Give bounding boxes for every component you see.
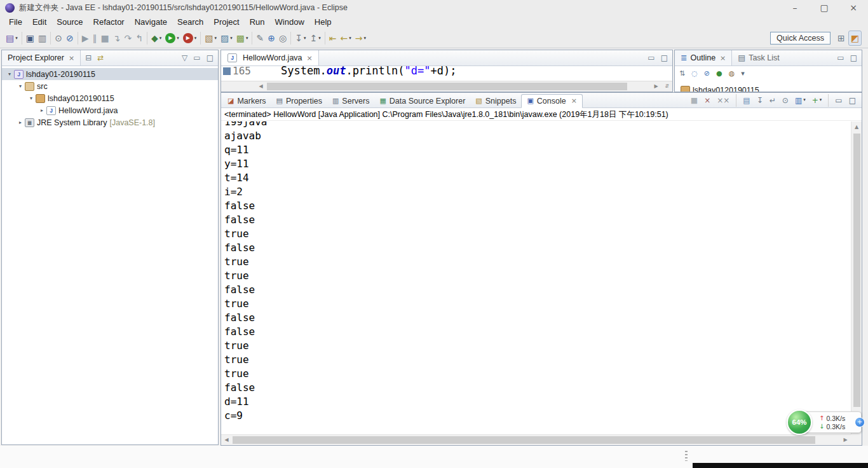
new-class-button[interactable]: ▩▾: [234, 31, 250, 46]
step-into-button[interactable]: ↴: [111, 31, 123, 46]
menu-navigate[interactable]: Navigate: [130, 16, 172, 28]
open-perspective-button[interactable]: ⊞: [836, 31, 847, 46]
console-output-area[interactable]: 199javaajavabq=11y=11t=14i=2falsefalsetr…: [221, 121, 851, 434]
maximize-view-button[interactable]: □: [206, 52, 214, 64]
scroll-left-icon[interactable]: ◀: [255, 81, 266, 92]
menu-window[interactable]: Window: [270, 16, 309, 28]
step-over-button[interactable]: ↷: [122, 31, 133, 46]
tree-item-lshday01-20190115[interactable]: ▾Jlshday01-20190115: [2, 68, 218, 80]
close-icon[interactable]: ×: [571, 97, 577, 104]
sort-button[interactable]: ⇅: [679, 67, 686, 79]
console-horizontal-scrollbar[interactable]: ◀ ▶: [221, 434, 851, 445]
tree-item-hellowword-java[interactable]: ▸JHellowWord.java: [2, 104, 218, 116]
chevron-down-icon[interactable]: ▾: [17, 84, 24, 89]
menu-source[interactable]: Source: [51, 16, 88, 28]
menu-project[interactable]: Project: [208, 16, 244, 28]
new-java-ee-project-button[interactable]: ▧▾: [203, 31, 219, 46]
hide-static-members-button[interactable]: ⊘: [703, 67, 710, 79]
close-icon[interactable]: ×: [720, 55, 726, 62]
tree-item-src[interactable]: ▾src: [2, 80, 218, 92]
run-button[interactable]: ▶▾: [163, 31, 181, 46]
tab-project-explorer[interactable]: Project Explorer ×: [2, 50, 81, 65]
close-icon[interactable]: ×: [307, 55, 313, 62]
hide-non-public-members-button[interactable]: ●: [715, 67, 723, 79]
forward-button[interactable]: →▾: [353, 31, 368, 46]
maximize-console-button[interactable]: □: [847, 93, 858, 108]
tab-snippets[interactable]: ▧Snippets: [470, 94, 521, 108]
menu-refactor[interactable]: Refactor: [88, 16, 130, 28]
chevron-down-icon[interactable]: ▾: [27, 96, 35, 101]
minimize-view-button[interactable]: ▭: [193, 52, 201, 64]
resume-button[interactable]: ▶: [80, 31, 91, 46]
quick-access-button[interactable]: Quick Access: [770, 32, 831, 45]
scroll-lock-button[interactable]: ↧: [755, 93, 765, 108]
editor-code-area[interactable]: 165 System.out.println("d="+d);: [221, 66, 672, 81]
accelerate-ball-icon[interactable]: +: [855, 417, 865, 427]
scrollbar-track[interactable]: [232, 435, 840, 445]
maximize-editor-button[interactable]: □: [660, 52, 668, 64]
minimize-window-button[interactable]: –: [780, 0, 810, 15]
web-browser-button[interactable]: ⊕: [266, 31, 277, 46]
memory-percent-ball[interactable]: 64%: [787, 410, 812, 435]
remove-launch-button[interactable]: ×: [702, 93, 712, 108]
perspective-javaee-button[interactable]: ◩: [848, 31, 862, 46]
debug-button[interactable]: ◆▾: [149, 31, 163, 46]
remove-all-launches-button[interactable]: ××: [715, 93, 731, 108]
minimize-editor-button[interactable]: ▭: [647, 52, 655, 64]
save-button[interactable]: ▣: [24, 31, 36, 46]
last-edit-location-button[interactable]: ⇤: [327, 31, 339, 46]
terminate-button[interactable]: ■: [98, 31, 111, 46]
outline-item[interactable]: lshday0120190115: [675, 84, 862, 92]
restore-editor-icon[interactable]: ⇵: [661, 81, 672, 92]
print-button[interactable]: ▥: [36, 31, 48, 46]
back-button[interactable]: ←▾: [338, 31, 353, 46]
maximize-outline-button[interactable]: □: [850, 52, 858, 64]
new-servlet-button[interactable]: ▨▾: [219, 31, 234, 46]
scroll-right-icon[interactable]: ▶: [651, 81, 661, 92]
tab-task-list[interactable]: ▤Task List: [732, 50, 785, 65]
suspend-button[interactable]: ∥: [90, 31, 98, 46]
scrollbar-track[interactable]: [266, 81, 651, 92]
menu-run[interactable]: Run: [245, 16, 270, 28]
step-return-button[interactable]: ↰: [133, 31, 145, 46]
collapse-all-button[interactable]: ⊟: [85, 52, 92, 64]
display-selected-console-button[interactable]: ▥▾: [793, 93, 808, 108]
outline-view-menu-button[interactable]: ▾: [740, 67, 745, 79]
chevron-right-icon[interactable]: ▸: [17, 120, 24, 125]
close-window-button[interactable]: ×: [839, 0, 868, 15]
new-wizard-button[interactable]: ▤▾: [4, 31, 20, 46]
tab-console[interactable]: ▣Console×: [521, 94, 583, 108]
minimize-outline-button[interactable]: ▭: [836, 52, 844, 64]
tab-data-source-explorer[interactable]: ▦Data Source Explorer: [374, 94, 470, 108]
tab-hellowword-java[interactable]: J HellowWord.java ×: [221, 50, 319, 65]
close-icon[interactable]: ×: [69, 55, 74, 62]
scrollbar-thumb[interactable]: [267, 83, 627, 90]
open-task-button[interactable]: ✎: [254, 31, 266, 46]
debug-keys-button[interactable]: ⊙: [53, 31, 64, 46]
chevron-right-icon[interactable]: ▸: [38, 108, 46, 113]
word-wrap-button[interactable]: ↵: [768, 93, 778, 108]
editor-horizontal-scrollbar[interactable]: ◀ ▶ ⇵: [221, 81, 672, 92]
maximize-window-button[interactable]: ▢: [810, 0, 839, 15]
scroll-up-icon[interactable]: ▲: [851, 121, 862, 132]
next-annotation-button[interactable]: ↧▾: [293, 31, 308, 46]
chevron-down-icon[interactable]: ▾: [6, 72, 13, 77]
open-console-button[interactable]: +▾: [810, 93, 824, 108]
menu-help[interactable]: Help: [309, 16, 337, 28]
search-button[interactable]: ◎: [277, 31, 288, 46]
terminate-console-button[interactable]: ■: [689, 93, 700, 108]
scrollbar-thumb[interactable]: [233, 436, 815, 444]
tab-markers[interactable]: ◪Markers: [222, 94, 271, 108]
sash-grip[interactable]: [685, 451, 688, 461]
network-speed-widget[interactable]: ↑ 0.3K/s ↓ 0.3K/s 64% +: [787, 410, 863, 435]
link-with-editor-button[interactable]: ⇄: [97, 52, 104, 64]
tree-item-lshday0120190115[interactable]: ▾lshday0120190115: [2, 92, 218, 104]
pin-console-button[interactable]: ⊙: [780, 93, 790, 108]
skip-breakpoints-button[interactable]: ⊘: [64, 31, 76, 46]
scrollbar-thumb[interactable]: [853, 134, 860, 407]
tab-servers[interactable]: ▥Servers: [327, 94, 374, 108]
hide-local-types-button[interactable]: ◍: [728, 67, 736, 79]
console-vertical-scrollbar[interactable]: ▲ ▼: [851, 121, 862, 434]
clear-console-button[interactable]: ▤: [741, 93, 752, 108]
scroll-right-icon[interactable]: ▶: [840, 435, 851, 446]
